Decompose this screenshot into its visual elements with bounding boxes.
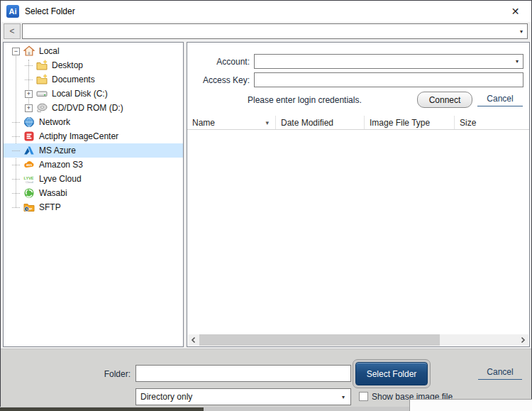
back-button[interactable]: < [4, 23, 21, 39]
network-icon [23, 116, 35, 128]
svg-text:Cloud: Cloud [26, 180, 34, 184]
tree-connector [25, 80, 33, 80]
column-header-label: Image File Type [370, 118, 430, 128]
expand-toggle-icon[interactable]: + [25, 104, 33, 112]
tree-item-label: CD/DVD ROM (D:) [52, 103, 123, 113]
tree-item-wasabi[interactable]: Wasabi [4, 186, 183, 200]
tree-item-actiphy-imagecenter[interactable]: Actiphy ImageCenter [4, 129, 183, 143]
folder-tree: −LocalDesktopDocuments+Local Disk (C:)+C… [4, 43, 183, 214]
tree-item-label: Actiphy ImageCenter [39, 131, 118, 141]
tree-connector [12, 179, 20, 180]
tree-item-local-disk-c[interactable]: +Local Disk (C:) [4, 87, 183, 101]
file-list-body[interactable] [187, 130, 529, 334]
tree-item-label: Amazon S3 [39, 160, 83, 170]
access-key-field[interactable] [254, 72, 523, 87]
cancel-link[interactable]: Cancel [478, 367, 522, 380]
app-logo-icon: Ai [6, 5, 19, 18]
folder-path-field[interactable] [135, 365, 351, 382]
wasabi-icon [23, 187, 35, 199]
show-base-image-checkbox[interactable] [359, 392, 368, 401]
background-window-edge [0, 407, 204, 411]
tree-item-amazon-s3[interactable]: AWSAmazon S3 [4, 158, 183, 172]
title-bar: Ai Select Folder ✕ [1, 1, 531, 22]
folder-new-icon [36, 60, 48, 71]
collapse-toggle-icon[interactable]: − [12, 48, 20, 55]
tree-connector [12, 136, 20, 137]
tree-item-label: Network [39, 117, 70, 127]
background-window [409, 399, 532, 411]
tree-connector [12, 150, 20, 151]
tree-item-local[interactable]: −Local [4, 44, 183, 58]
tree-connector [25, 65, 33, 66]
column-header-label: Date Modified [281, 118, 333, 128]
login-message: Please enter login credentials. [248, 95, 362, 105]
column-header-image-file-type[interactable]: Image File Type [365, 116, 455, 129]
select-folder-focus-ring: Select Folder [353, 359, 431, 388]
column-header-name[interactable]: Name▾ [187, 116, 276, 129]
sftp-icon: TPS [23, 202, 35, 213]
folder-tree-panel: −LocalDesktopDocuments+Local Disk (C:)+C… [3, 42, 184, 347]
account-label: Account: [187, 57, 250, 67]
filter-dropdown[interactable]: Directory only ▾ [135, 388, 351, 405]
tree-item-label: MS Azure [39, 146, 76, 155]
dialog-title: Select Folder [25, 6, 75, 16]
sort-desc-icon: ▾ [265, 119, 269, 126]
horizontal-scrollbar[interactable] [188, 334, 528, 346]
tree-connector [12, 193, 20, 194]
close-icon[interactable]: ✕ [499, 1, 531, 22]
actiphy-icon [23, 131, 35, 142]
azure-icon [23, 145, 35, 156]
login-cancel-link[interactable]: Cancel [477, 94, 523, 106]
chevron-down-icon[interactable]: ▾ [516, 58, 519, 65]
tree-item-label: Local Disk (C:) [52, 89, 108, 99]
chevron-down-icon[interactable]: ▾ [520, 28, 523, 35]
scroll-right-icon[interactable] [517, 334, 528, 346]
account-combobox[interactable]: ▾ [254, 54, 523, 69]
tree-item-label: Desktop [52, 60, 83, 70]
svg-text:AWS: AWS [26, 164, 33, 167]
tree-connector [12, 165, 20, 165]
scroll-left-icon[interactable] [188, 334, 199, 346]
file-list-header: Name▾Date ModifiedImage File TypeSize [187, 116, 529, 130]
folder-new-icon [36, 74, 48, 85]
lyve-icon: LYVECloud [23, 173, 35, 185]
tree-item-sftp[interactable]: TPSSFTP [4, 200, 183, 214]
tree-item-ms-azure[interactable]: MS Azure [4, 143, 183, 158]
tree-item-documents[interactable]: Documents [4, 72, 183, 87]
tree-item-desktop[interactable]: Desktop [4, 58, 183, 72]
filter-value: Directory only [140, 392, 192, 402]
column-header-label: Size [460, 118, 476, 128]
select-folder-dialog: Ai Select Folder ✕ < ▾ −LocalDesktopDocu… [0, 0, 532, 407]
disk-icon [36, 88, 48, 99]
tree-item-network[interactable]: Network [4, 115, 183, 129]
tree-item-label: SFTP [39, 202, 61, 212]
connect-button[interactable]: Connect [417, 92, 472, 108]
tree-item-cd-dvd-rom-d[interactable]: +CD/DVD ROM (D:) [4, 101, 183, 115]
column-header-label: Name [192, 118, 215, 128]
tree-item-label: Documents [52, 75, 95, 84]
tree-item-label: Local [39, 46, 60, 56]
select-folder-button[interactable]: Select Folder [355, 362, 428, 385]
chevron-down-icon[interactable]: ▾ [342, 394, 345, 400]
s3-icon: AWS [23, 159, 35, 170]
tree-connector [12, 207, 20, 208]
home-icon [23, 45, 35, 57]
folder-label: Folder: [72, 369, 131, 379]
tree-item-lyve-cloud[interactable]: LYVECloudLyve Cloud [4, 172, 183, 186]
expand-toggle-icon[interactable]: + [25, 90, 33, 98]
tree-item-label: Lyve Cloud [39, 174, 82, 184]
cdrom-icon [36, 102, 48, 114]
svg-text:S: S [26, 207, 28, 211]
scrollbar-thumb[interactable] [199, 334, 440, 346]
content-panel: Account: ▾ Access Key: Please enter logi… [187, 42, 530, 347]
access-key-label: Access Key: [187, 75, 250, 85]
tree-item-label: Wasabi [39, 188, 67, 198]
path-combobox[interactable]: ▾ [22, 23, 528, 39]
column-header-size[interactable]: Size [455, 116, 529, 129]
tree-connector [12, 122, 20, 123]
column-header-date-modified[interactable]: Date Modified [276, 116, 365, 129]
